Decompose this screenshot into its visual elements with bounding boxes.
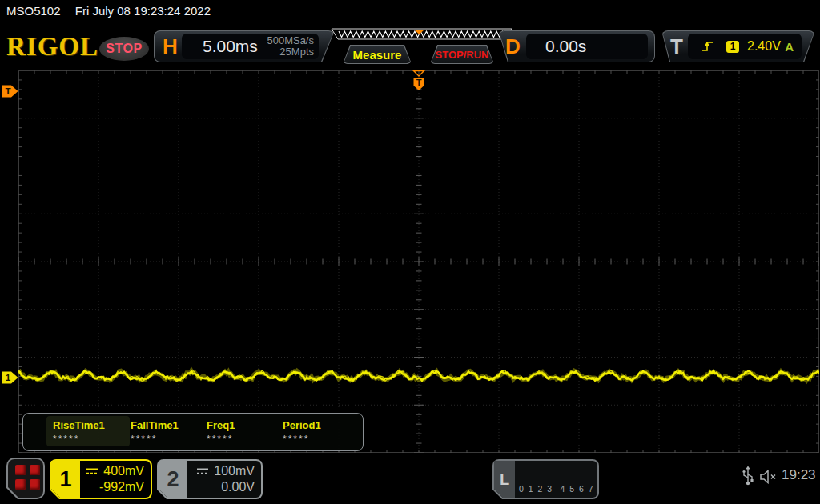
oscilloscope-screen: MSO5102 Fri July 08 19:23:24 2022 RIGOL … <box>0 0 820 504</box>
speaker-muted-icon <box>759 470 780 484</box>
rigol-logo: RIGOL <box>6 32 98 62</box>
channel1-number: 1 <box>51 461 80 498</box>
measurement-item-freq[interactable]: Freq1 ***** <box>207 419 283 445</box>
usb-icon <box>742 466 754 486</box>
channel1-scale: 400mV <box>103 464 144 478</box>
trigger-level-value: 2.40V <box>747 39 781 54</box>
datetime-label: Fri July 08 19:23:24 2022 <box>75 4 211 18</box>
measurement-item-period[interactable]: Period1 ***** <box>283 419 359 445</box>
memory-preview-zigzag <box>325 28 517 42</box>
measure-button[interactable]: Measure <box>343 45 412 64</box>
channel1-box[interactable]: 1 400mV -992mV <box>50 459 152 499</box>
svg-text:T: T <box>5 86 10 96</box>
stop-run-button[interactable]: STOP/RUN <box>430 45 494 64</box>
delay-readout: 0.00s <box>526 34 648 59</box>
memory-depth: 25Mpts <box>279 46 314 58</box>
graticule <box>18 70 819 453</box>
delay-value: 0.00s <box>545 37 586 56</box>
channel2-offset: 0.00V <box>189 480 255 494</box>
acquisition-rates: 500MSa/s 25Mpts <box>267 35 314 58</box>
trigger-position-marker[interactable]: T <box>412 70 425 95</box>
sample-rate: 500MSa/s <box>267 34 314 46</box>
channel2-number: 2 <box>159 461 187 498</box>
svg-text:1: 1 <box>6 373 11 382</box>
clock: 19:23 <box>782 467 816 483</box>
menu-button[interactable] <box>6 458 45 499</box>
model-label: MSO5102 <box>6 4 61 18</box>
menu-grid-icon <box>8 459 43 498</box>
waveform-memory-preview[interactable] <box>325 28 517 42</box>
channel2-scale: 100mV <box>214 464 255 478</box>
measurement-item-risetime[interactable]: RiseTime1 ***** <box>53 419 129 445</box>
channel2-box[interactable]: 2 100mV 0.00V <box>157 459 263 499</box>
acquisition-status-badge: STOP <box>99 37 149 61</box>
channel1-position-marker[interactable]: 1 <box>1 370 19 388</box>
svg-text:T: T <box>416 78 422 87</box>
stop-run-button-label: STOP/RUN <box>436 49 489 61</box>
horizontal-readout: 5.00ms 500MSa/s 25Mpts <box>182 34 319 59</box>
logic-channel-numbers: 0 1 2 3 4 5 6 7 8 9 10 11 12 13 14 15 <box>519 465 596 504</box>
trigger-readout: 1 2.40V A <box>688 34 802 59</box>
measurement-panel: RiseTime1 ***** FallTime1 ***** Freq1 **… <box>22 413 364 451</box>
logic-label: L <box>494 461 515 498</box>
logic-channels-box[interactable]: L 0 1 2 3 4 5 6 7 8 9 10 11 12 13 14 15 <box>492 459 599 499</box>
measure-button-label: Measure <box>353 48 402 62</box>
titlebar: MSO5102 Fri July 08 19:23:24 2022 <box>6 4 211 22</box>
channel1-waveform <box>18 70 819 453</box>
measurement-item-falltime[interactable]: FallTime1 ***** <box>131 419 207 445</box>
delay-label: D <box>505 34 521 59</box>
horizontal-panel[interactable]: H 5.00ms 500MSa/s 25Mpts <box>154 30 335 62</box>
trigger-level-marker[interactable]: T <box>1 84 19 102</box>
trigger-panel[interactable]: T 1 2.40V A <box>661 30 815 62</box>
trigger-label: T <box>670 34 683 59</box>
rising-edge-icon <box>701 40 715 53</box>
dc-coupling-icon <box>85 467 99 475</box>
trigger-source-badge: 1 <box>726 41 739 53</box>
channel1-offset: -992mV <box>82 480 144 494</box>
horizontal-label: H <box>163 34 178 59</box>
timebase-value: 5.00ms <box>203 37 258 56</box>
trigger-mode: A <box>785 40 794 54</box>
dc-coupling-icon <box>195 467 210 475</box>
delay-panel[interactable]: D 0.00s <box>498 30 655 62</box>
